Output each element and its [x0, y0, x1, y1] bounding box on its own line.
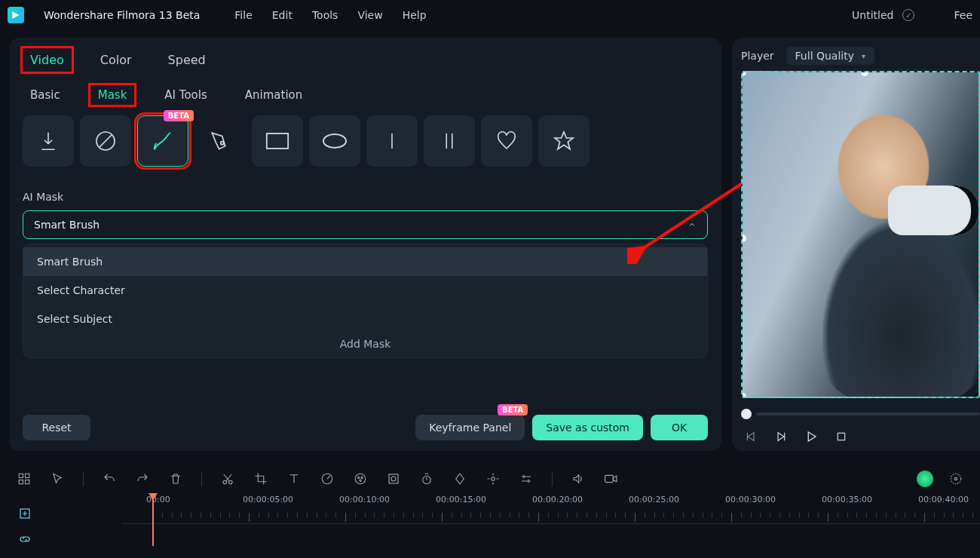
mask-star-icon[interactable]: [538, 115, 590, 167]
delete-icon[interactable]: [168, 471, 183, 486]
mask-import-icon[interactable]: [23, 115, 74, 167]
keyframe-panel-button[interactable]: BETA Keyframe Panel: [415, 415, 525, 440]
ruler-label: 00:00:25:00: [629, 495, 679, 504]
ok-button[interactable]: OK: [651, 415, 708, 440]
mask-ellipse-icon[interactable]: [309, 115, 360, 167]
saved-check-icon: ✓: [902, 9, 914, 21]
text-icon[interactable]: [286, 471, 302, 486]
mask-rectangle-icon[interactable]: [252, 115, 303, 167]
record-icon[interactable]: [604, 471, 619, 486]
timeline-ruler[interactable]: 00:0000:00:05:0000:00:10:0000:00:15:0000…: [122, 495, 980, 546]
tab-video[interactable]: Video: [23, 48, 72, 72]
svg-point-3: [323, 134, 346, 148]
layout-icon[interactable]: [17, 471, 32, 486]
resize-handle[interactable]: [741, 393, 746, 398]
panel-footer: Reset BETA Keyframe Panel Save as custom…: [23, 415, 708, 440]
scrub-bar[interactable]: [741, 409, 980, 419]
feedback-button[interactable]: Fee: [954, 9, 972, 21]
speed-icon[interactable]: [320, 471, 335, 486]
ruler-label: 00:00:05:00: [243, 495, 293, 504]
scrub-knob[interactable]: [741, 409, 752, 419]
svg-point-16: [360, 480, 361, 481]
svg-point-20: [492, 477, 495, 481]
svg-rect-7: [26, 474, 29, 477]
adjust-icon[interactable]: [519, 471, 534, 486]
subtab-basic[interactable]: Basic: [23, 85, 68, 105]
cursor-icon[interactable]: [50, 471, 65, 486]
scrub-track[interactable]: [756, 412, 980, 415]
subtab-animation[interactable]: Animation: [237, 85, 310, 105]
playhead[interactable]: [152, 495, 154, 546]
ruler-label: 00:00:20:00: [532, 495, 583, 504]
chevron-down-icon: ▾: [862, 52, 865, 60]
mask-heart-icon[interactable]: [481, 115, 532, 167]
preview-goggles: [888, 185, 978, 235]
motion-icon[interactable]: [485, 471, 501, 486]
undo-icon[interactable]: [102, 471, 117, 486]
audio-tool-icon[interactable]: [571, 471, 586, 486]
keyframe-icon[interactable]: [452, 471, 467, 486]
mask-none-icon[interactable]: [80, 115, 131, 167]
menubar: Wondershare Filmora 13 Beta File Edit To…: [0, 0, 980, 30]
play-icon[interactable]: [804, 430, 818, 443]
svg-rect-8: [19, 480, 23, 484]
timer-icon[interactable]: [419, 471, 434, 486]
preview-canvas[interactable]: [741, 71, 980, 398]
option-select-character[interactable]: Select Character: [23, 276, 707, 305]
resize-handle[interactable]: [741, 71, 746, 76]
redo-icon[interactable]: [135, 471, 150, 486]
quality-dropdown[interactable]: Full Quality ▾: [786, 47, 874, 65]
preview-panel: Player Full Quality ▾: [732, 38, 980, 451]
resize-handle[interactable]: [741, 235, 746, 242]
preview-subject: [805, 76, 980, 398]
svg-rect-6: [19, 474, 23, 477]
color-icon[interactable]: [353, 471, 368, 486]
step-back-icon[interactable]: [774, 430, 788, 443]
menu-view[interactable]: View: [357, 9, 382, 21]
crop-icon[interactable]: [253, 471, 268, 486]
mask-shape-row: BETA: [23, 115, 708, 167]
save-as-custom-button[interactable]: Save as custom: [532, 415, 643, 440]
reset-button[interactable]: Reset: [23, 415, 90, 440]
option-smart-brush[interactable]: Smart Brush: [23, 247, 707, 276]
svg-rect-5: [838, 433, 844, 440]
resize-handle[interactable]: [861, 71, 868, 76]
svg-rect-17: [389, 474, 398, 483]
svg-rect-21: [605, 475, 614, 482]
subtab-ai-tools[interactable]: AI Tools: [157, 85, 214, 105]
chevron-up-icon: [688, 220, 697, 229]
menu-tools[interactable]: Tools: [312, 9, 338, 21]
settings-gear-icon[interactable]: [948, 471, 963, 486]
add-mask-button[interactable]: Add Mask: [23, 333, 707, 350]
mask-double-line-icon[interactable]: [424, 115, 475, 167]
svg-rect-9: [26, 480, 29, 484]
beta-badge: BETA: [498, 404, 528, 415]
mask-brush-icon[interactable]: BETA: [137, 115, 188, 167]
menu-help[interactable]: Help: [403, 9, 427, 21]
stop-icon[interactable]: [835, 430, 848, 443]
ai-mask-selected: Smart Brush: [34, 219, 100, 231]
mask-pen-icon[interactable]: [194, 115, 246, 167]
ruler-label: 00:00: [146, 495, 170, 504]
ai-mask-dropdown[interactable]: Smart Brush: [23, 210, 708, 239]
cut-icon[interactable]: [220, 471, 235, 486]
tab-speed[interactable]: Speed: [161, 48, 213, 72]
add-track-icon[interactable]: [17, 505, 33, 522]
svg-point-15: [361, 477, 363, 478]
mask-tool-icon[interactable]: [386, 471, 401, 486]
subtab-mask[interactable]: Mask: [90, 85, 135, 105]
main-tabs: Video Color Speed: [23, 48, 708, 72]
mask-single-line-icon[interactable]: [366, 115, 418, 167]
transport-controls: [741, 430, 980, 443]
document-title: Untitled: [852, 9, 893, 21]
prev-frame-icon[interactable]: [744, 430, 758, 443]
menu-file[interactable]: File: [234, 9, 252, 21]
menu-edit[interactable]: Edit: [272, 9, 292, 21]
tab-color[interactable]: Color: [93, 48, 139, 72]
option-select-subject[interactable]: Select Subject: [23, 305, 707, 333]
ruler-label: 00:00:15:00: [436, 495, 486, 504]
ai-mask-options: Smart Brush Select Character Select Subj…: [23, 244, 708, 358]
link-track-icon[interactable]: [17, 531, 33, 547]
assistant-icon[interactable]: [917, 471, 933, 487]
ruler-label: 00:00:10:00: [339, 495, 390, 504]
